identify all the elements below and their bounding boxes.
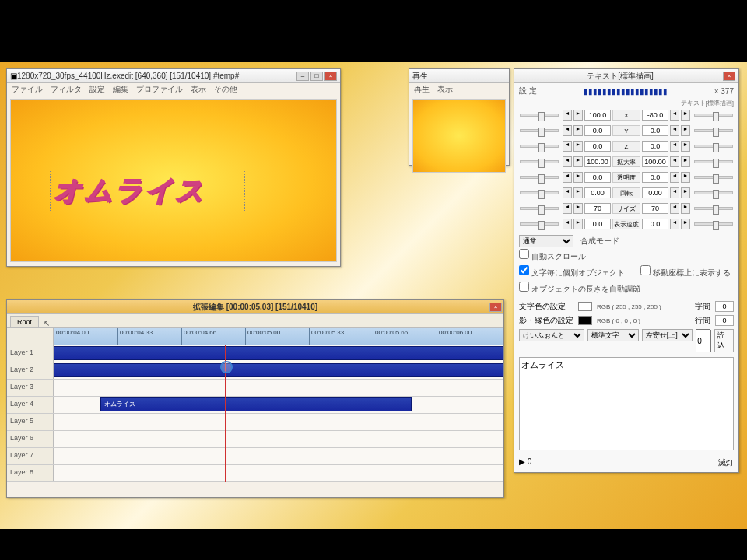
spin-dec2-icon[interactable]: ◄	[670, 172, 679, 183]
spin-inc2-icon[interactable]: ►	[681, 219, 690, 229]
load-button[interactable]: 読込	[714, 329, 734, 352]
param-label[interactable]: 透明度	[612, 172, 640, 183]
value-left-input[interactable]	[584, 125, 611, 136]
timeline-ruler[interactable]: 00:00:04.0000:00:04.3300:00:04.6600:00:0…	[7, 328, 503, 345]
value-right-input[interactable]	[642, 110, 668, 121]
preview-canvas[interactable]: オムライス	[10, 99, 337, 262]
props-titlebar[interactable]: テキスト[標準描画] ×	[514, 69, 738, 83]
param-label[interactable]: X	[612, 110, 640, 121]
menu-edit[interactable]: 編集	[113, 84, 128, 95]
leading-input[interactable]	[715, 315, 734, 326]
chk-on-path[interactable]	[640, 265, 651, 275]
layer-track[interactable]	[54, 380, 503, 396]
spin-inc-icon[interactable]: ►	[573, 156, 583, 167]
slider-right[interactable]	[694, 176, 733, 179]
spin-dec2-icon[interactable]: ◄	[670, 156, 679, 167]
layer-track[interactable]	[54, 414, 503, 430]
menu-view[interactable]: 表示	[191, 84, 206, 95]
spin-inc-icon[interactable]: ►	[573, 141, 583, 152]
style-select[interactable]: 標準文字	[587, 329, 639, 341]
timeline-titlebar[interactable]: 拡張編集 [00:00:05.03] [151/10410] ×	[7, 300, 503, 314]
spin-dec2-icon[interactable]: ◄	[670, 110, 679, 121]
slider-left[interactable]	[520, 145, 559, 148]
layer-label[interactable]: Layer 1	[7, 345, 54, 362]
spin-inc2-icon[interactable]: ►	[681, 141, 690, 152]
layer-label[interactable]: Layer 6	[7, 431, 54, 447]
layer-track[interactable]	[54, 465, 503, 481]
value-right-input[interactable]	[642, 141, 668, 152]
spin-dec-icon[interactable]: ◄	[563, 203, 572, 214]
spin-inc2-icon[interactable]: ►	[681, 125, 690, 136]
props-close-button[interactable]: ×	[723, 72, 735, 81]
slider-left[interactable]	[520, 160, 559, 163]
chk-per-char[interactable]	[519, 265, 529, 275]
menu-file[interactable]: ファイル	[12, 84, 43, 95]
spin-inc-icon[interactable]: ►	[573, 187, 583, 198]
slider-right[interactable]	[694, 114, 733, 117]
timeline-close-button[interactable]: ×	[489, 303, 502, 312]
spin-dec2-icon[interactable]: ◄	[670, 219, 679, 229]
layer-label[interactable]: Layer 5	[7, 414, 54, 430]
precision-input[interactable]	[696, 329, 711, 352]
spin-dec-icon[interactable]: ◄	[563, 110, 572, 121]
close-button[interactable]: ×	[324, 72, 337, 81]
playback-titlebar[interactable]: 再生	[409, 69, 509, 83]
layer-track[interactable]	[54, 345, 503, 362]
spin-inc-icon[interactable]: ►	[573, 219, 583, 229]
shadow-color-label[interactable]: 影・縁色の設定	[519, 315, 573, 326]
spin-inc-icon[interactable]: ►	[573, 110, 583, 121]
value-left-input[interactable]	[584, 203, 611, 214]
blend-mode-select[interactable]: 通常	[519, 235, 573, 247]
layer-label[interactable]: Layer 8	[7, 465, 54, 481]
spin-inc-icon[interactable]: ►	[573, 203, 583, 214]
preview-titlebar[interactable]: ▣ 1280x720_30fps_44100Hz.exedit [640,360…	[7, 69, 340, 83]
value-right-input[interactable]	[642, 219, 668, 229]
font-select[interactable]: けいふぉんと	[519, 329, 584, 341]
layer-label[interactable]: Layer 2	[7, 362, 54, 379]
layer-label[interactable]: Layer 3	[7, 380, 54, 396]
slider-left[interactable]	[520, 114, 559, 117]
chk-auto-length[interactable]	[519, 282, 529, 292]
timeline-clip[interactable]	[54, 346, 503, 360]
layer-track[interactable]	[54, 362, 503, 379]
value-right-input[interactable]	[642, 203, 668, 214]
value-right-input[interactable]	[642, 172, 668, 183]
slider-right[interactable]	[694, 145, 733, 148]
value-right-input[interactable]	[642, 156, 668, 167]
value-left-input[interactable]	[584, 110, 611, 121]
slider-left[interactable]	[520, 191, 559, 194]
minimize-button[interactable]: –	[296, 72, 309, 81]
spin-dec-icon[interactable]: ◄	[563, 187, 572, 198]
slider-right[interactable]	[694, 191, 733, 194]
text-color-swatch[interactable]	[578, 302, 592, 311]
param-label[interactable]: 回転	[612, 187, 640, 198]
text-input[interactable]: オムライス	[519, 357, 734, 450]
slider-right[interactable]	[694, 160, 733, 163]
slider-right[interactable]	[694, 129, 733, 132]
timeline-clip-text[interactable]: オムライス	[100, 397, 412, 411]
playhead[interactable]	[225, 345, 226, 482]
menu-filter[interactable]: フィルタ	[51, 84, 82, 95]
props-bottom-right[interactable]: 滅灯	[718, 457, 734, 468]
spin-inc2-icon[interactable]: ►	[681, 172, 690, 183]
param-label[interactable]: サイズ	[612, 203, 640, 214]
value-left-input[interactable]	[584, 141, 611, 152]
spin-dec2-icon[interactable]: ◄	[670, 203, 679, 214]
preview-text-object[interactable]: オムライス	[50, 170, 245, 212]
spin-dec2-icon[interactable]: ◄	[670, 187, 679, 198]
slider-right[interactable]	[694, 222, 733, 226]
spin-dec-icon[interactable]: ◄	[563, 125, 572, 136]
props-top-left[interactable]: 設 定	[519, 86, 537, 96]
maximize-button[interactable]: □	[310, 72, 323, 81]
timeline-clip[interactable]	[54, 363, 503, 377]
spacing-input[interactable]	[715, 301, 734, 312]
chk-autoscroll[interactable]	[519, 249, 529, 259]
spin-inc2-icon[interactable]: ►	[681, 110, 690, 121]
value-right-input[interactable]	[642, 187, 668, 198]
layer-label[interactable]: Layer 4	[7, 397, 54, 413]
layer-track[interactable]	[54, 431, 503, 447]
spin-inc-icon[interactable]: ►	[573, 125, 583, 136]
slider-right[interactable]	[694, 207, 733, 210]
tab-root[interactable]: Root	[10, 316, 39, 327]
spin-dec2-icon[interactable]: ◄	[670, 125, 679, 136]
